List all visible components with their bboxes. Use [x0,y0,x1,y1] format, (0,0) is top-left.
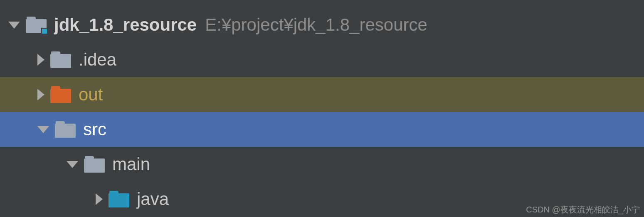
tree-label-root: jdk_1.8_resource [54,15,197,35]
module-folder-icon [26,17,47,33]
tree-label-out: out [79,85,103,105]
folder-icon [50,51,71,68]
chevron-down-icon[interactable] [67,161,78,168]
tree-label-main: main [112,154,150,174]
tree-row-out[interactable]: out [0,77,644,112]
folder-icon [50,86,71,103]
tree-row-src[interactable]: src [0,112,644,147]
tree-path-root: E:¥project¥jdk_1.8_resource [205,15,427,35]
tree-label-java: java [137,189,169,209]
tree-label-src: src [83,119,106,139]
chevron-right-icon[interactable] [37,54,44,66]
project-tree: jdk_1.8_resource E:¥project¥jdk_1.8_reso… [0,0,644,217]
chevron-down-icon[interactable] [8,22,20,29]
folder-icon [84,156,105,173]
tree-label-idea: .idea [79,50,116,70]
tree-row-main[interactable]: main [0,147,644,182]
tree-row-root[interactable]: jdk_1.8_resource E:¥project¥jdk_1.8_reso… [0,7,644,42]
folder-icon [55,121,76,138]
tree-row-idea[interactable]: .idea [0,42,644,77]
chevron-down-icon[interactable] [37,126,49,133]
chevron-right-icon[interactable] [96,193,103,205]
source-folder-icon [109,191,129,207]
watermark-text: CSDN @夜夜流光相皎洁_小宁 [526,204,640,215]
chevron-right-icon[interactable] [37,89,44,100]
